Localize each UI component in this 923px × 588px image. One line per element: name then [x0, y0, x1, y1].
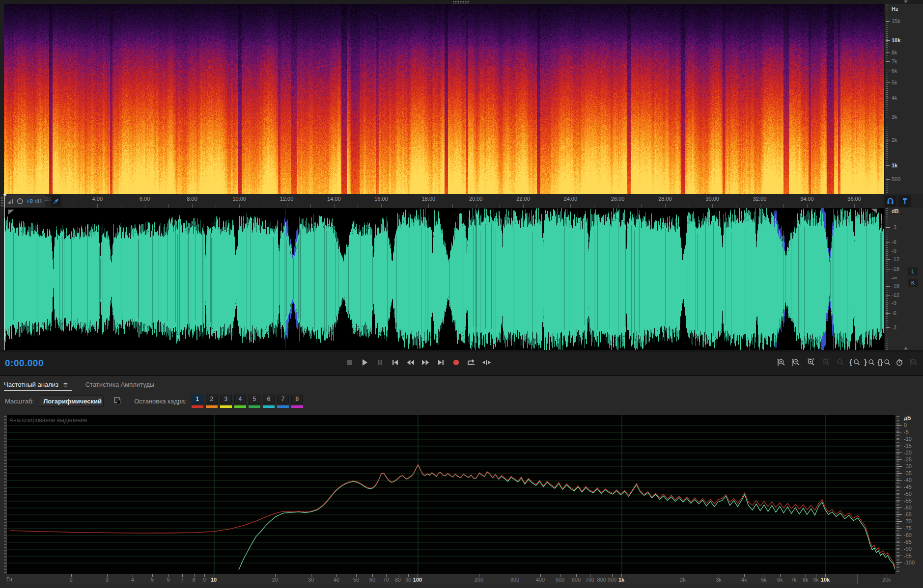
ruler-major-tick	[886, 140, 890, 140]
hold-button-3[interactable]: 3	[220, 395, 232, 408]
zoom-selection-button[interactable]: {}	[877, 355, 892, 369]
skip-to-start-icon	[389, 358, 401, 367]
levels-meter-icon[interactable]	[7, 198, 14, 205]
freq-axis-label: 20	[272, 577, 278, 583]
timeline-ruler[interactable]: 2:004:006:008:0010:0012:0014:0016:0018:0…	[0, 194, 884, 209]
ruler-tick-label: -3	[892, 324, 896, 330]
panel-menu-caret-icon[interactable]	[904, 0, 908, 3]
gutter-grip-icon[interactable]	[0, 196, 3, 207]
amplitude-ruler-ticks	[886, 208, 888, 350]
panel-menu-icon[interactable]: ≡	[63, 380, 68, 389]
clock-knob-icon[interactable]	[17, 197, 24, 205]
freq-axis-label: 500	[556, 577, 564, 583]
active-tab-underline	[4, 390, 72, 391]
play-button[interactable]	[358, 355, 371, 369]
waveform-display[interactable]	[4, 208, 884, 350]
timeline-tick	[854, 204, 855, 208]
zoom-in-point-button[interactable]: {	[848, 355, 862, 369]
fast-forward-button[interactable]	[419, 355, 432, 369]
hold-button-5[interactable]: 5	[249, 395, 260, 408]
skip-selection-button[interactable]	[480, 355, 493, 369]
tab-frequency-analysis[interactable]: Частотный анализ ≡	[4, 380, 68, 389]
stop-button[interactable]	[343, 355, 356, 369]
hold-button-7[interactable]: 7	[277, 395, 289, 408]
db-ruler-label: -20	[904, 450, 912, 455]
marker-button[interactable]	[898, 195, 911, 207]
timed-record-button[interactable]	[892, 355, 906, 369]
ruler-major-tick	[886, 21, 890, 22]
loop-playback-button[interactable]	[465, 355, 478, 369]
rewind-button[interactable]	[404, 355, 417, 369]
timeline-tick	[476, 204, 476, 208]
ruler-major-tick	[886, 278, 890, 278]
hold-button-4[interactable]: 4	[234, 395, 246, 408]
freq-axis-label: 300	[510, 577, 519, 583]
hold-button-2[interactable]: 2	[206, 395, 218, 408]
selection-handle-left-icon[interactable]	[8, 209, 15, 215]
copy-graph-icon[interactable]	[112, 396, 122, 406]
zoom-in-time-button[interactable]	[804, 355, 818, 369]
panel-drag-handle-icon[interactable]	[453, 1, 470, 3]
zoom-in-amplitude-button[interactable]	[774, 355, 788, 369]
pin-button[interactable]	[51, 195, 61, 207]
zoom-reset-button[interactable]	[833, 355, 847, 369]
brace-glyph: }	[864, 359, 867, 366]
current-time-display[interactable]: 0:00.000	[5, 358, 44, 369]
plot-left-ticks	[4, 415, 6, 573]
tab-amplitude-statistics[interactable]: Статистика Амплитуды	[85, 381, 154, 388]
hold-button-8[interactable]: 8	[291, 395, 303, 408]
timeline-tick	[594, 204, 594, 208]
db-major-tick	[896, 562, 902, 563]
ruler-tick-label: 3k	[892, 114, 897, 120]
zoom-out-point-button[interactable]: }	[863, 355, 877, 369]
loop-playback-icon	[465, 358, 477, 367]
channel-button-k[interactable]: K	[908, 279, 918, 287]
playhead-handle[interactable]	[3, 194, 7, 197]
hold-button-number: 4	[234, 395, 246, 404]
scale-dropdown[interactable]: Логарифмический	[39, 395, 104, 407]
snap-magnet-button[interactable]	[884, 195, 896, 207]
db-ruler-label: -85	[904, 539, 912, 545]
playhead[interactable]	[4, 195, 5, 350]
selection-handle-right-icon[interactable]	[870, 208, 877, 214]
frequency-plot[interactable]	[6, 415, 896, 574]
hold-color-swatch	[263, 405, 275, 408]
ruler-tick-label: -18	[892, 266, 899, 272]
spectral-display[interactable]	[4, 4, 884, 194]
zoom-out-time-button[interactable]	[818, 355, 833, 369]
pause-icon	[374, 358, 386, 367]
hold-buttons: 12345678	[192, 395, 303, 408]
db-ruler-label: -90	[904, 546, 912, 552]
gain-readout[interactable]: +0 dB	[26, 198, 42, 205]
pause-button[interactable]	[373, 355, 387, 369]
timeline-tick	[878, 204, 878, 208]
freq-axis-label: 2k	[680, 577, 686, 583]
channel-button-l[interactable]: L	[908, 267, 918, 275]
hold-button-1[interactable]: 1	[192, 395, 203, 408]
skip-to-start-button[interactable]	[389, 355, 402, 369]
zoom-out-amplitude-button[interactable]	[789, 355, 803, 369]
frequency-ruler[interactable]: Hz15k10k8k7k6k5k4k3k2k1k500	[884, 4, 923, 194]
ruler-major-tick	[886, 286, 890, 287]
record-button[interactable]	[449, 355, 463, 369]
timeline-tick	[168, 204, 169, 208]
ruler-tick-label: 6k	[892, 68, 897, 74]
hold-label: Остановка кадра:	[134, 398, 187, 405]
timeline-tick	[239, 204, 240, 208]
zoom-full-button[interactable]	[907, 355, 921, 369]
timeline-tick	[216, 204, 216, 208]
ruler-major-tick	[886, 327, 890, 328]
panel-divider-caret-icon[interactable]	[904, 347, 908, 349]
zoom-full-icon	[910, 358, 919, 367]
ruler-tick-label: -∞	[892, 275, 897, 281]
rewind-icon	[404, 358, 417, 367]
freq-axis-label: 60	[369, 577, 375, 583]
hold-button-6[interactable]: 6	[263, 395, 275, 408]
skip-to-end-button[interactable]	[434, 355, 448, 369]
ruler-major-tick	[886, 259, 890, 260]
freq-axis-label: 40	[334, 577, 339, 583]
ruler-tick-label: -6	[892, 310, 896, 316]
transport-buttons	[343, 355, 493, 369]
zoom-selection-icon	[883, 358, 891, 367]
timeline-tick	[145, 204, 145, 208]
